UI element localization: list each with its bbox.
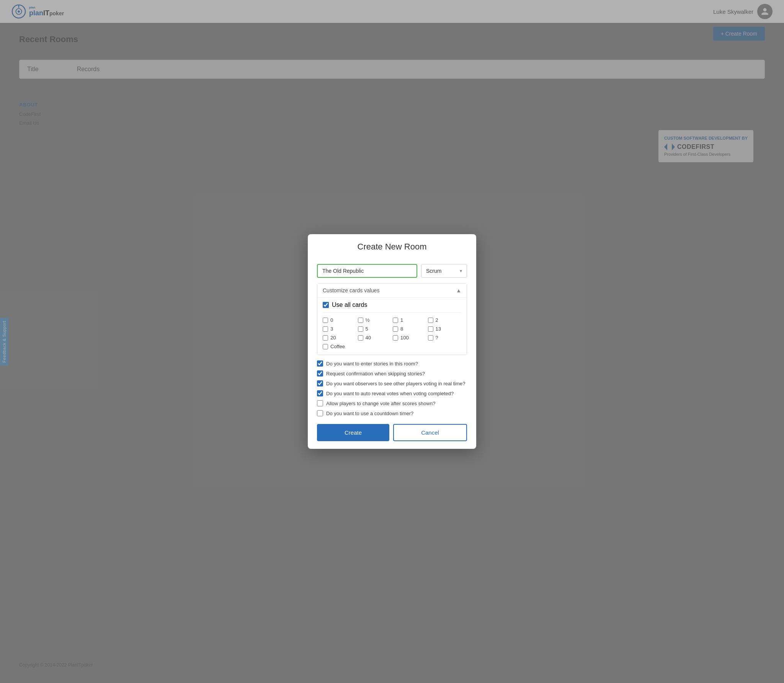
card-label-5: 5	[366, 326, 368, 332]
option-item-0: Do you want to enter stories in this roo…	[317, 360, 467, 367]
card-option-8: 8	[393, 326, 426, 332]
card-option-20: 20	[323, 335, 356, 341]
modal-header: Create New Room	[308, 234, 476, 258]
card-checkbox-8[interactable]	[393, 326, 398, 332]
card-label-2: 2	[436, 317, 438, 323]
create-button[interactable]: Create	[317, 424, 389, 441]
customize-body: Use all cards 0 ½ 1	[317, 297, 467, 355]
option-label-3: Do you want to auto reveal votes when vo…	[326, 391, 454, 396]
card-label-40: 40	[366, 335, 371, 341]
option-checkbox-5[interactable]	[317, 410, 323, 416]
chevron-down-icon: ▾	[460, 268, 462, 274]
card-option-100: 100	[393, 335, 426, 341]
card-label-100: 100	[400, 335, 409, 341]
card-label-20: 20	[330, 335, 336, 341]
options-list: Do you want to enter stories in this roo…	[317, 360, 467, 416]
card-option-q: ?	[428, 335, 462, 341]
modal-overlay: Create New Room Scrum ▾ Customize cards …	[0, 0, 784, 683]
card-option-5: 5	[358, 326, 392, 332]
room-type-select[interactable]: Scrum ▾	[421, 264, 467, 278]
card-option-40: 40	[358, 335, 392, 341]
card-option-2: 2	[428, 317, 462, 323]
modal-body: Scrum ▾ Customize cards values ▲ Use all…	[308, 258, 476, 424]
card-checkbox-5[interactable]	[358, 326, 363, 332]
card-checkbox-3[interactable]	[323, 326, 328, 332]
card-label-0: 0	[330, 317, 333, 323]
card-label-q: ?	[436, 335, 438, 341]
card-checkbox-1[interactable]	[393, 318, 398, 323]
option-checkbox-4[interactable]	[317, 400, 323, 406]
create-room-modal: Create New Room Scrum ▾ Customize cards …	[308, 234, 476, 449]
use-all-cards-checkbox[interactable]	[323, 302, 329, 308]
card-label-13: 13	[436, 326, 441, 332]
option-label-1: Request confirmation when skipping stori…	[326, 371, 425, 377]
option-label-2: Do you want observers to see other playe…	[326, 381, 465, 386]
room-name-input[interactable]	[317, 264, 417, 278]
option-checkbox-3[interactable]	[317, 390, 323, 396]
option-label-5: Do you want to use a countdown timer?	[326, 411, 413, 416]
use-all-cards-label: Use all cards	[332, 302, 367, 308]
card-option-1: 1	[393, 317, 426, 323]
cards-grid: 0 ½ 1 2 3	[323, 317, 461, 349]
room-inputs: Scrum ▾	[317, 264, 467, 278]
card-checkbox-2[interactable]	[428, 318, 433, 323]
card-option-3: 3	[323, 326, 356, 332]
option-item-4: Allow players to change vote after score…	[317, 400, 467, 406]
card-label-half: ½	[366, 317, 370, 323]
card-checkbox-q[interactable]	[428, 335, 433, 341]
room-type-value: Scrum	[426, 268, 441, 274]
option-item-5: Do you want to use a countdown timer?	[317, 410, 467, 416]
collapse-icon: ▲	[456, 287, 461, 293]
card-checkbox-0[interactable]	[323, 318, 328, 323]
card-checkbox-100[interactable]	[393, 335, 398, 341]
modal-footer: Create Cancel	[308, 424, 476, 449]
modal-title: Create New Room	[317, 242, 467, 252]
option-checkbox-0[interactable]	[317, 360, 323, 367]
option-checkbox-2[interactable]	[317, 380, 323, 386]
card-label-1: 1	[400, 317, 403, 323]
card-label-8: 8	[400, 326, 403, 332]
card-checkbox-13[interactable]	[428, 326, 433, 332]
option-item-3: Do you want to auto reveal votes when vo…	[317, 390, 467, 396]
card-option-half: ½	[358, 317, 392, 323]
card-label-3: 3	[330, 326, 333, 332]
card-option-13: 13	[428, 326, 462, 332]
option-item-1: Request confirmation when skipping stori…	[317, 370, 467, 377]
option-label-4: Allow players to change vote after score…	[326, 401, 435, 406]
customize-header[interactable]: Customize cards values ▲	[317, 284, 467, 297]
card-option-0: 0	[323, 317, 356, 323]
card-checkbox-half[interactable]	[358, 318, 363, 323]
card-checkbox-coffee[interactable]	[323, 344, 328, 349]
card-label-coffee: Coffee	[330, 344, 345, 349]
card-option-coffee: Coffee	[323, 344, 356, 349]
option-checkbox-1[interactable]	[317, 370, 323, 377]
option-label-0: Do you want to enter stories in this roo…	[326, 361, 418, 367]
cancel-button[interactable]: Cancel	[393, 424, 467, 441]
customize-label: Customize cards values	[323, 287, 380, 293]
use-all-cards: Use all cards	[323, 302, 461, 313]
customize-section: Customize cards values ▲ Use all cards 0	[317, 283, 467, 355]
option-item-2: Do you want observers to see other playe…	[317, 380, 467, 386]
card-checkbox-40[interactable]	[358, 335, 363, 341]
card-checkbox-20[interactable]	[323, 335, 328, 341]
